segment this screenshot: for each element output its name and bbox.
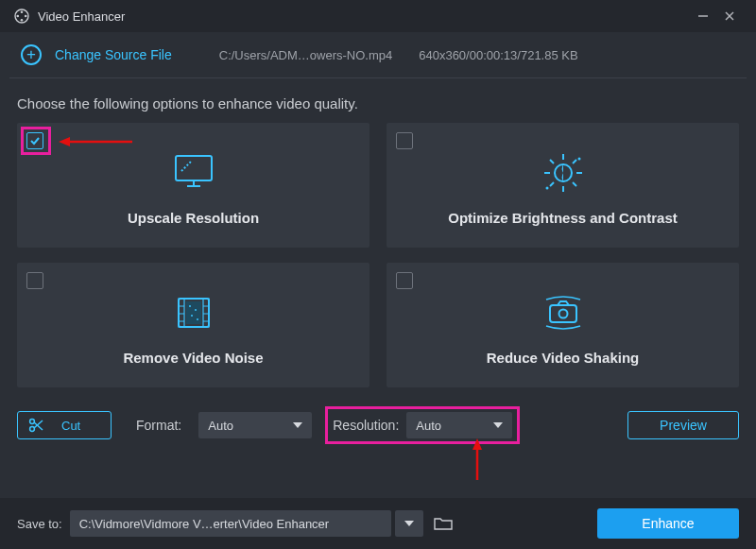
footer-bar: Save to: C:\Vidmore\Vidmore V…erter\Vide…: [0, 498, 756, 549]
svg-line-20: [573, 182, 576, 186]
svg-point-23: [577, 157, 580, 160]
close-button[interactable]: [716, 3, 743, 29]
svg-point-40: [558, 309, 567, 317]
option-remove-noise[interactable]: Remove Video Noise: [17, 263, 369, 387]
save-path-value: C:\Vidmore\Vidmore V…erter\Video Enhance…: [79, 517, 329, 531]
resolution-dropdown[interactable]: Auto: [406, 412, 512, 438]
svg-point-4: [17, 15, 20, 18]
cut-label: Cut: [61, 419, 80, 433]
monitor-icon: [168, 149, 219, 197]
controls-row: Cut Format: Auto Resolution: Auto Previe…: [0, 397, 756, 454]
folder-icon: [434, 516, 453, 531]
preview-label: Preview: [660, 418, 707, 433]
chevron-down-icon: [493, 422, 503, 428]
sun-icon: [537, 149, 590, 197]
svg-marker-45: [293, 422, 302, 428]
option-label: Remove Video Noise: [123, 350, 263, 366]
svg-line-19: [550, 160, 554, 163]
app-icon: [13, 8, 30, 25]
resolution-value: Auto: [416, 419, 441, 433]
add-source-icon[interactable]: +: [21, 44, 42, 65]
format-value: Auto: [208, 419, 233, 433]
svg-marker-49: [404, 521, 414, 526]
source-row: + Change Source File C:/Users/ADM…owers-…: [0, 32, 756, 77]
svg-rect-10: [176, 156, 212, 180]
svg-marker-48: [472, 438, 482, 450]
svg-point-36: [195, 309, 197, 311]
svg-point-2: [25, 15, 27, 18]
instruction-text: Choose the following options to enhance …: [0, 78, 756, 123]
save-path-dropdown[interactable]: [395, 510, 423, 537]
save-path-field[interactable]: C:\Vidmore\Vidmore V…erter\Video Enhance…: [70, 510, 391, 537]
svg-point-24: [545, 186, 548, 189]
svg-point-37: [191, 315, 193, 317]
option-label: Optimize Brightness and Contrast: [448, 210, 678, 226]
option-optimize-brightness[interactable]: Optimize Brightness and Contrast: [387, 123, 739, 248]
checkbox-brightness[interactable]: [396, 132, 413, 149]
cut-button[interactable]: Cut: [17, 411, 112, 439]
svg-line-21: [550, 182, 554, 186]
svg-point-35: [189, 305, 191, 307]
minimize-button[interactable]: [690, 3, 716, 29]
enhance-label: Enhance: [642, 516, 694, 531]
annotation-arrow-checkbox: [59, 135, 134, 151]
app-title: Video Enhancer: [38, 9, 125, 24]
film-noise-icon: [171, 289, 216, 336]
svg-line-11: [181, 162, 191, 171]
option-reduce-shaking[interactable]: Reduce Video Shaking: [387, 263, 739, 387]
scissors-icon: [27, 417, 44, 434]
svg-rect-34: [186, 301, 201, 324]
format-dropdown[interactable]: Auto: [198, 412, 312, 438]
options-grid: Upscale Resolution Optimize Brightness a…: [0, 123, 756, 387]
annotation-arrow-resolution: [471, 438, 484, 485]
source-meta: 640x360/00:00:13/721.85 KB: [419, 48, 577, 62]
title-bar: Video Enhancer: [0, 0, 756, 32]
change-source-link[interactable]: Change Source File: [55, 47, 172, 62]
format-label: Format:: [136, 418, 181, 433]
svg-point-3: [21, 19, 24, 22]
option-label: Reduce Video Shaking: [487, 350, 639, 366]
svg-marker-9: [59, 137, 70, 146]
checkbox-noise[interactable]: [26, 272, 43, 289]
svg-point-38: [197, 318, 198, 320]
save-to-label: Save to:: [17, 517, 62, 531]
option-upscale-resolution[interactable]: Upscale Resolution: [17, 123, 369, 248]
svg-line-22: [573, 160, 576, 163]
source-path: C:/Users/ADM…owers-NO.mp4: [219, 48, 392, 62]
camera-shake-icon: [537, 289, 590, 336]
svg-marker-46: [493, 422, 503, 428]
svg-point-1: [21, 11, 24, 14]
enhance-button[interactable]: Enhance: [597, 508, 739, 539]
option-label: Upscale Resolution: [128, 210, 259, 226]
open-folder-button[interactable]: [433, 513, 454, 534]
checkbox-shaking[interactable]: [396, 272, 413, 289]
svg-rect-39: [550, 305, 576, 322]
chevron-down-icon: [293, 422, 302, 428]
checkbox-upscale[interactable]: [26, 132, 43, 149]
preview-button[interactable]: Preview: [627, 411, 739, 439]
resolution-label: Resolution:: [333, 418, 399, 433]
chevron-down-icon: [404, 521, 414, 526]
